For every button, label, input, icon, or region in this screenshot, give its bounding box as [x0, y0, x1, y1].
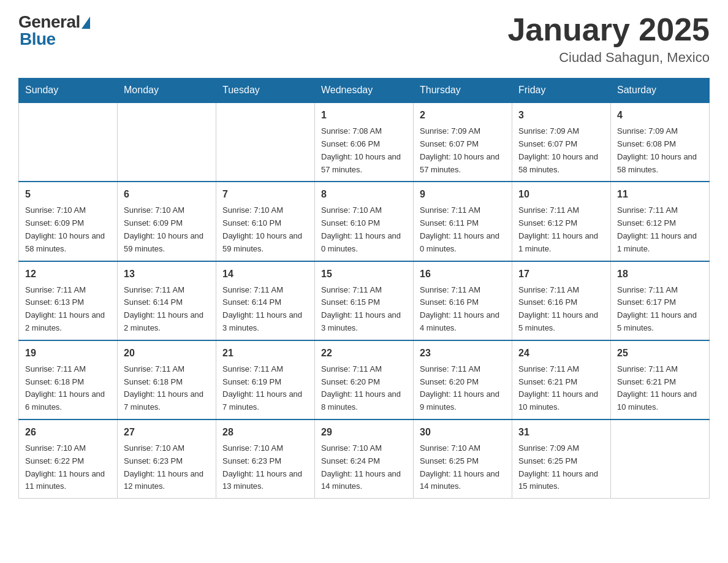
day-info: Sunrise: 7:11 AMSunset: 6:16 PMDaylight:…: [420, 284, 506, 335]
calendar-cell: 1Sunrise: 7:08 AMSunset: 6:06 PMDaylight…: [315, 102, 414, 182]
calendar-cell: 2Sunrise: 7:09 AMSunset: 6:07 PMDaylight…: [414, 102, 512, 182]
day-number: 27: [124, 425, 210, 440]
day-info: Sunrise: 7:11 AMSunset: 6:21 PMDaylight:…: [617, 363, 703, 414]
calendar-cell: 14Sunrise: 7:11 AMSunset: 6:14 PMDayligh…: [216, 261, 315, 340]
calendar-cell: 24Sunrise: 7:11 AMSunset: 6:21 PMDayligh…: [512, 340, 611, 419]
calendar-cell: 5Sunrise: 7:10 AMSunset: 6:09 PMDaylight…: [19, 182, 118, 261]
day-number: 25: [617, 346, 703, 361]
calendar-cell: 10Sunrise: 7:11 AMSunset: 6:12 PMDayligh…: [512, 182, 611, 261]
calendar-cell: [19, 102, 118, 182]
day-number: 5: [25, 187, 111, 202]
calendar-cell: 30Sunrise: 7:10 AMSunset: 6:25 PMDayligh…: [414, 419, 512, 499]
calendar-cell: [118, 102, 216, 182]
page-header: General Blue January 2025 Ciudad Sahagun…: [18, 12, 710, 66]
day-info: Sunrise: 7:10 AMSunset: 6:25 PMDaylight:…: [420, 442, 506, 493]
logo-blue-text: Blue: [20, 29, 56, 49]
calendar-cell: [611, 419, 710, 499]
day-info: Sunrise: 7:11 AMSunset: 6:18 PMDaylight:…: [25, 363, 111, 414]
day-number: 28: [222, 425, 308, 440]
column-header-wednesday: Wednesday: [315, 79, 414, 103]
day-info: Sunrise: 7:09 AMSunset: 6:07 PMDaylight:…: [420, 125, 506, 176]
day-number: 12: [25, 267, 111, 282]
calendar-cell: 12Sunrise: 7:11 AMSunset: 6:13 PMDayligh…: [19, 261, 118, 340]
calendar-cell: 29Sunrise: 7:10 AMSunset: 6:24 PMDayligh…: [315, 419, 414, 499]
day-number: 19: [25, 346, 111, 361]
title-block: January 2025 Ciudad Sahagun, Mexico: [507, 12, 710, 66]
day-number: 11: [617, 187, 703, 202]
day-info: Sunrise: 7:11 AMSunset: 6:15 PMDaylight:…: [321, 284, 407, 335]
calendar-cell: 3Sunrise: 7:09 AMSunset: 6:07 PMDaylight…: [512, 102, 611, 182]
column-header-tuesday: Tuesday: [216, 79, 315, 103]
day-number: 4: [617, 108, 703, 123]
day-info: Sunrise: 7:11 AMSunset: 6:13 PMDaylight:…: [25, 284, 111, 335]
day-number: 14: [222, 267, 308, 282]
calendar-cell: 19Sunrise: 7:11 AMSunset: 6:18 PMDayligh…: [19, 340, 118, 419]
calendar-cell: 28Sunrise: 7:10 AMSunset: 6:23 PMDayligh…: [216, 419, 315, 499]
calendar-cell: 15Sunrise: 7:11 AMSunset: 6:15 PMDayligh…: [315, 261, 414, 340]
day-number: 23: [420, 346, 506, 361]
day-number: 7: [222, 187, 308, 202]
calendar-cell: 23Sunrise: 7:11 AMSunset: 6:20 PMDayligh…: [414, 340, 512, 419]
logo: General Blue: [18, 12, 90, 49]
calendar-cell: 4Sunrise: 7:09 AMSunset: 6:08 PMDaylight…: [611, 102, 710, 182]
day-number: 24: [518, 346, 604, 361]
calendar-cell: 20Sunrise: 7:11 AMSunset: 6:18 PMDayligh…: [118, 340, 216, 419]
calendar-cell: 7Sunrise: 7:10 AMSunset: 6:10 PMDaylight…: [216, 182, 315, 261]
calendar-cell: 22Sunrise: 7:11 AMSunset: 6:20 PMDayligh…: [315, 340, 414, 419]
day-number: 21: [222, 346, 308, 361]
calendar-cell: [216, 102, 315, 182]
calendar-cell: 8Sunrise: 7:10 AMSunset: 6:10 PMDaylight…: [315, 182, 414, 261]
day-info: Sunrise: 7:11 AMSunset: 6:17 PMDaylight:…: [617, 284, 703, 335]
day-number: 6: [124, 187, 210, 202]
day-info: Sunrise: 7:11 AMSunset: 6:12 PMDaylight:…: [617, 204, 703, 255]
day-info: Sunrise: 7:11 AMSunset: 6:21 PMDaylight:…: [518, 363, 604, 414]
calendar-week-row: 12Sunrise: 7:11 AMSunset: 6:13 PMDayligh…: [19, 261, 710, 340]
day-info: Sunrise: 7:08 AMSunset: 6:06 PMDaylight:…: [321, 125, 407, 176]
day-info: Sunrise: 7:10 AMSunset: 6:09 PMDaylight:…: [124, 204, 210, 255]
day-number: 13: [124, 267, 210, 282]
logo-triangle-icon: [82, 17, 90, 29]
calendar-cell: 18Sunrise: 7:11 AMSunset: 6:17 PMDayligh…: [611, 261, 710, 340]
day-number: 17: [518, 267, 604, 282]
column-header-monday: Monday: [118, 79, 216, 103]
day-number: 16: [420, 267, 506, 282]
day-info: Sunrise: 7:10 AMSunset: 6:22 PMDaylight:…: [25, 442, 111, 493]
calendar-cell: 9Sunrise: 7:11 AMSunset: 6:11 PMDaylight…: [414, 182, 512, 261]
day-info: Sunrise: 7:10 AMSunset: 6:09 PMDaylight:…: [25, 204, 111, 255]
day-info: Sunrise: 7:11 AMSunset: 6:19 PMDaylight:…: [222, 363, 308, 414]
day-number: 8: [321, 187, 407, 202]
day-number: 18: [617, 267, 703, 282]
day-number: 1: [321, 108, 407, 123]
calendar-cell: 17Sunrise: 7:11 AMSunset: 6:16 PMDayligh…: [512, 261, 611, 340]
calendar-cell: 31Sunrise: 7:09 AMSunset: 6:25 PMDayligh…: [512, 419, 611, 499]
column-header-thursday: Thursday: [414, 79, 512, 103]
day-info: Sunrise: 7:11 AMSunset: 6:14 PMDaylight:…: [222, 284, 308, 335]
calendar-week-row: 5Sunrise: 7:10 AMSunset: 6:09 PMDaylight…: [19, 182, 710, 261]
day-number: 31: [518, 425, 604, 440]
day-info: Sunrise: 7:11 AMSunset: 6:12 PMDaylight:…: [518, 204, 604, 255]
calendar-header-row: SundayMondayTuesdayWednesdayThursdayFrid…: [19, 79, 710, 103]
calendar-cell: 6Sunrise: 7:10 AMSunset: 6:09 PMDaylight…: [118, 182, 216, 261]
day-info: Sunrise: 7:11 AMSunset: 6:20 PMDaylight:…: [420, 363, 506, 414]
day-info: Sunrise: 7:11 AMSunset: 6:11 PMDaylight:…: [420, 204, 506, 255]
day-number: 10: [518, 187, 604, 202]
day-number: 30: [420, 425, 506, 440]
day-info: Sunrise: 7:10 AMSunset: 6:24 PMDaylight:…: [321, 442, 407, 493]
day-number: 9: [420, 187, 506, 202]
calendar-cell: 21Sunrise: 7:11 AMSunset: 6:19 PMDayligh…: [216, 340, 315, 419]
day-number: 22: [321, 346, 407, 361]
day-info: Sunrise: 7:10 AMSunset: 6:23 PMDaylight:…: [124, 442, 210, 493]
day-number: 20: [124, 346, 210, 361]
day-info: Sunrise: 7:10 AMSunset: 6:10 PMDaylight:…: [222, 204, 308, 255]
day-info: Sunrise: 7:11 AMSunset: 6:18 PMDaylight:…: [124, 363, 210, 414]
day-info: Sunrise: 7:11 AMSunset: 6:20 PMDaylight:…: [321, 363, 407, 414]
day-number: 26: [25, 425, 111, 440]
day-number: 15: [321, 267, 407, 282]
day-number: 2: [420, 108, 506, 123]
calendar-week-row: 1Sunrise: 7:08 AMSunset: 6:06 PMDaylight…: [19, 102, 710, 182]
calendar-cell: 13Sunrise: 7:11 AMSunset: 6:14 PMDayligh…: [118, 261, 216, 340]
calendar-cell: 27Sunrise: 7:10 AMSunset: 6:23 PMDayligh…: [118, 419, 216, 499]
day-info: Sunrise: 7:11 AMSunset: 6:16 PMDaylight:…: [518, 284, 604, 335]
column-header-saturday: Saturday: [611, 79, 710, 103]
calendar-week-row: 19Sunrise: 7:11 AMSunset: 6:18 PMDayligh…: [19, 340, 710, 419]
